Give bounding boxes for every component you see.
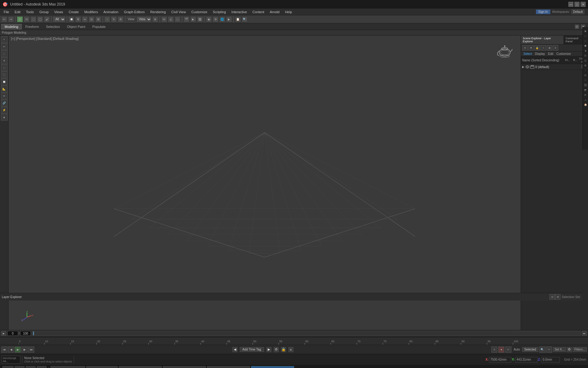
taskbar-maxscript[interactable]: M MAXScript Mi...: [51, 366, 85, 368]
ri-btn-10[interactable]: ⊡: [583, 73, 588, 77]
left-tool-6[interactable]: ⬛: [1, 71, 8, 78]
select-region-tool[interactable]: ⬚: [30, 16, 36, 22]
time-lock-btn[interactable]: 🔒: [281, 347, 286, 352]
left-tool-11[interactable]: ⚡: [1, 107, 8, 113]
minimize-button[interactable]: —: [568, 2, 573, 7]
time-tag-left-btn[interactable]: ◀: [232, 347, 237, 352]
selection-filter-dropdown[interactable]: All: [53, 16, 66, 22]
left-tool-1[interactable]: +: [1, 36, 8, 43]
panel-settings-btn[interactable]: ≡: [553, 45, 558, 51]
menu-animation[interactable]: Animation: [101, 10, 121, 14]
environment-effects[interactable]: 🌐: [219, 16, 225, 22]
time-tag-right-btn[interactable]: ▶: [266, 347, 271, 352]
undo-button[interactable]: ↩: [1, 16, 7, 22]
left-tool-2[interactable]: ↩: [1, 43, 8, 50]
tab-populate[interactable]: Populate: [89, 24, 109, 29]
left-tool-9[interactable]: ✏: [1, 93, 8, 99]
panel-footer-settings-btn[interactable]: ⚙: [555, 294, 560, 300]
render-setup[interactable]: ⚙: [213, 16, 219, 22]
menu-modifiers[interactable]: Modifiers: [82, 10, 100, 14]
hierarchy-tool[interactable]: ⊞: [95, 16, 101, 22]
menu-content[interactable]: Content: [250, 10, 267, 14]
left-tool-12[interactable]: ▲: [1, 114, 8, 121]
percent-snap[interactable]: %: [161, 16, 167, 22]
file-explorer-btn[interactable]: 📁: [37, 366, 47, 368]
kf-set-btn[interactable]: ●: [498, 347, 504, 353]
set-key-btn[interactable]: Set K...: [553, 347, 566, 352]
layer-visibility-icon[interactable]: [525, 65, 530, 69]
menu-scripting[interactable]: Scripting: [210, 10, 228, 14]
total-frames-input[interactable]: [20, 331, 31, 336]
play-first-frame-btn[interactable]: ⏮: [1, 347, 7, 353]
selected-value-dropdown[interactable]: Selected: [522, 347, 538, 352]
angle-snap[interactable]: ∠: [168, 16, 174, 22]
menu-group[interactable]: Group: [37, 10, 51, 14]
filter-2-btn[interactable]: +: [546, 347, 552, 353]
play-btn[interactable]: ▶: [15, 347, 21, 353]
panel-new-btn[interactable]: +: [541, 45, 546, 51]
mirror-tool[interactable]: ⇔: [82, 16, 88, 22]
scale-tool[interactable]: ⟰: [118, 16, 124, 22]
redo-button[interactable]: ↪: [8, 16, 14, 22]
tab-selection[interactable]: Selection: [43, 24, 63, 29]
coord-system-dropdown[interactable]: View: [136, 16, 152, 22]
left-tool-7[interactable]: 🔲: [1, 79, 8, 85]
select-name-tool[interactable]: H: [24, 16, 30, 22]
maximize-button[interactable]: □: [575, 2, 579, 7]
taskbar-3dsmax[interactable]: 3 Untitled - Autodes...: [251, 366, 294, 368]
filter-1-btn[interactable]: 🔍: [539, 347, 545, 353]
taskbar-photoshop[interactable]: Ps Adobe Photoshop ...: [207, 366, 250, 368]
play-last-frame-btn[interactable]: ⏭: [28, 347, 34, 353]
ri-btn-9[interactable]: ⋮: [583, 68, 588, 72]
search-btn[interactable]: 🔍: [15, 366, 24, 368]
z-coord-input[interactable]: [541, 357, 560, 362]
left-tool-8[interactable]: 📐: [1, 86, 8, 92]
rotate-tool[interactable]: ↻: [111, 16, 117, 22]
render-scene[interactable]: 🎬: [183, 16, 190, 22]
ri-btn-14[interactable]: ⊟: [583, 93, 588, 97]
script-input[interactable]: MAXScript Mi...: [2, 356, 20, 364]
media-player[interactable]: ▶: [226, 16, 232, 22]
menu-civil-view[interactable]: Civil View: [169, 10, 188, 14]
align-tool[interactable]: ⊟: [89, 16, 95, 22]
quick-render[interactable]: ▶: [190, 16, 196, 22]
ri-btn-12[interactable]: ⬛: [583, 83, 588, 87]
menu-interactive[interactable]: Interactive: [229, 10, 250, 14]
select-tool[interactable]: ⊡: [17, 16, 23, 22]
menu-views[interactable]: Views: [52, 10, 66, 14]
panel-filter-btn[interactable]: ▼: [528, 45, 534, 51]
sub-toolbar-customize[interactable]: Customize: [555, 52, 572, 56]
start-button[interactable]: ⊞: [2, 366, 13, 368]
current-frame-input[interactable]: [7, 331, 18, 336]
panel-close-btn[interactable]: ✕: [522, 45, 528, 51]
layer-expand-icon[interactable]: ▶: [522, 65, 525, 68]
title-bar-controls[interactable]: — □ ✕: [568, 2, 586, 7]
material-editor[interactable]: ◉: [206, 16, 212, 22]
sub-toolbar-edit[interactable]: Edit: [547, 52, 555, 56]
key-settings-btn[interactable]: ⚙: [567, 347, 572, 352]
scene-explorer[interactable]: 🔍: [242, 16, 248, 22]
y-coord-input[interactable]: [515, 357, 537, 362]
move-tool[interactable]: +: [104, 16, 110, 22]
filters-btn[interactable]: Filters...: [573, 347, 587, 352]
taskbar-chrome-1[interactable]: https://3ddd.ru/for...: [119, 366, 162, 368]
time-settings-btn[interactable]: ≡: [288, 347, 293, 352]
ri-btn-5[interactable]: ◈: [583, 48, 588, 53]
workspaces-value[interactable]: Default: [571, 10, 584, 14]
ri-btn-2[interactable]: ⬚: [583, 34, 588, 38]
tab-modeling[interactable]: Modeling: [1, 24, 22, 29]
snap-settings[interactable]: ⚙: [75, 16, 81, 22]
ri-btn-6[interactable]: ⊡: [583, 53, 588, 58]
ri-btn-11[interactable]: □: [583, 78, 588, 82]
menu-create[interactable]: Create: [66, 10, 81, 14]
ri-btn-15[interactable]: △: [583, 98, 588, 102]
x-coord-input[interactable]: [489, 357, 511, 362]
sub-toolbar-display[interactable]: Display: [534, 52, 546, 56]
ri-btn-16[interactable]: 🏠: [583, 102, 588, 107]
lasso-tool[interactable]: ◯: [37, 16, 43, 22]
taskbar-chrome-2[interactable]: Диалоги - Google ...: [163, 366, 206, 368]
layer-manager[interactable]: 📋: [235, 16, 241, 22]
ri-btn-4[interactable]: ⬟: [583, 44, 588, 48]
paint-select-tool[interactable]: 🖌: [44, 16, 50, 22]
play-prev-frame-btn[interactable]: ◀: [8, 347, 14, 353]
